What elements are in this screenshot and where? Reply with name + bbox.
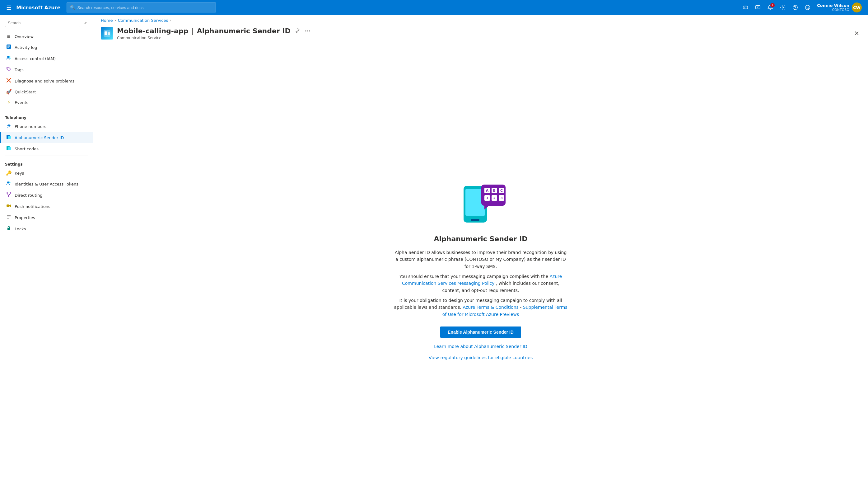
feedback-icon[interactable] (752, 2, 763, 13)
resource-name: Mobile-calling-app (117, 27, 188, 35)
desc-dash: - (520, 305, 523, 310)
page-name: Alphanumeric Sender ID (197, 27, 291, 35)
more-actions-icon[interactable]: ··· (304, 27, 312, 35)
hamburger-menu[interactable]: ☰ (4, 3, 14, 12)
sidebar-item-label: Identities & User Access Tokens (15, 182, 78, 186)
sidebar-item-phone-numbers[interactable]: # Phone numbers (0, 121, 93, 132)
sidebar-item-direct-routing[interactable]: Direct routing (0, 189, 93, 201)
sidebar-item-label: Properties (15, 215, 35, 220)
svg-point-5 (782, 7, 784, 9)
pin-icon[interactable] (294, 26, 301, 35)
sidebar-section-settings: Settings (0, 157, 93, 168)
regulatory-link[interactable]: View regulatory guidelines for eligible … (429, 355, 533, 360)
svg-rect-29 (6, 205, 9, 207)
cloud-shell-icon[interactable]: >_ (740, 2, 751, 13)
svg-rect-37 (108, 32, 110, 35)
terms-link[interactable]: Azure Terms & Conditions (463, 305, 518, 310)
sidebar-item-keys[interactable]: 🔑 Keys (0, 168, 93, 178)
svg-rect-36 (105, 31, 107, 35)
desc-para-2: You should ensure that your messaging ca… (393, 273, 568, 294)
sidebar-item-diagnose[interactable]: Diagnose and solve problems (0, 75, 93, 87)
svg-rect-19 (8, 136, 11, 139)
sidebar-item-label: Short codes (15, 147, 39, 151)
page-title: Mobile-calling-app | Alphanumeric Sender… (117, 26, 312, 35)
sidebar-item-activity-log[interactable]: Activity log (0, 42, 93, 53)
svg-point-22 (7, 182, 9, 183)
activity-log-icon (6, 44, 12, 50)
feature-title: Alphanumeric Sender ID (434, 235, 528, 243)
breadcrumb: Home › Communication Services › (101, 15, 860, 24)
breadcrumb-sep-1: › (115, 18, 116, 23)
sidebar-item-alphanumeric[interactable]: Alphanumeric Sender ID (0, 132, 93, 143)
sidebar-item-locks[interactable]: Locks (0, 223, 93, 234)
sidebar-item-label: Direct routing (15, 193, 43, 198)
sidebar-search-input[interactable] (5, 19, 80, 27)
svg-point-7 (795, 9, 795, 9)
title-separator: | (191, 27, 193, 35)
search-icon: 🔍 (70, 5, 75, 10)
sidebar-item-push-notifications[interactable]: Push notifications (0, 201, 93, 212)
sidebar-item-label: Activity log (15, 45, 37, 50)
svg-text:1: 1 (486, 196, 489, 200)
breadcrumb-sep-2: › (170, 18, 171, 23)
sidebar-divider-1 (5, 109, 88, 109)
sidebar-item-tags[interactable]: Tags (0, 64, 93, 75)
svg-rect-34 (8, 228, 10, 230)
help-icon[interactable] (790, 2, 801, 13)
alphanumeric-illustration: A B C 1 2 3 (459, 182, 503, 226)
global-search-input[interactable] (77, 5, 213, 10)
title-actions: ··· (294, 26, 312, 35)
breadcrumb-home[interactable]: Home (101, 18, 112, 23)
desc-text-2: You should ensure that your messaging ca… (399, 274, 548, 279)
properties-icon (6, 214, 12, 221)
quickstart-icon: 🚀 (6, 89, 12, 95)
sidebar: « ≡ Overview Activity log Access control… (0, 15, 93, 498)
sidebar-item-label: Push notifications (15, 204, 50, 209)
overview-icon: ≡ (6, 34, 12, 39)
page-title-row: Mobile-calling-app | Alphanumeric Sender… (101, 24, 860, 44)
settings-icon[interactable] (777, 2, 788, 13)
global-search[interactable]: 🔍 (67, 2, 216, 12)
sidebar-item-properties[interactable]: Properties (0, 212, 93, 223)
phone-numbers-icon: # (6, 123, 12, 130)
sidebar-item-quickstart[interactable]: 🚀 QuickStart (0, 87, 93, 97)
svg-point-16 (9, 56, 11, 58)
sidebar-item-events[interactable]: ⚡ Events (0, 97, 93, 108)
center-panel: A B C 1 2 3 Alphanumeric Sender I (393, 182, 568, 361)
page-title-info: Mobile-calling-app | Alphanumeric Sender… (117, 26, 312, 40)
feature-description: Alpha Sender ID allows businesses to imp… (393, 249, 568, 318)
svg-point-9 (806, 7, 807, 8)
close-button[interactable]: ✕ (853, 28, 860, 38)
avatar: CW (852, 2, 862, 12)
sidebar-item-overview[interactable]: ≡ Overview (0, 31, 93, 42)
svg-point-24 (6, 192, 8, 194)
sidebar-item-label: Phone numbers (15, 124, 46, 129)
events-icon: ⚡ (6, 100, 12, 105)
sidebar-item-label: Alphanumeric Sender ID (15, 135, 64, 140)
svg-rect-40 (471, 219, 479, 221)
sidebar-item-short-codes[interactable]: Short codes (0, 143, 93, 154)
sidebar-item-label: Events (15, 100, 28, 105)
svg-line-27 (7, 194, 9, 195)
brand-name: Microsoft Azure (16, 5, 61, 11)
page-content: A B C 1 2 3 Alphanumeric Sender I (93, 44, 868, 498)
short-codes-icon (6, 146, 12, 152)
notification-badge: 1 (770, 3, 775, 8)
direct-routing-icon (6, 192, 12, 198)
svg-point-10 (808, 7, 809, 8)
breadcrumb-service[interactable]: Communication Services (118, 18, 168, 23)
sidebar-item-iam[interactable]: Access control (IAM) (0, 53, 93, 64)
sidebar-search-container: « (0, 15, 93, 31)
notifications-icon[interactable]: 1 (765, 2, 776, 13)
sidebar-item-label: Diagnose and solve problems (15, 79, 74, 83)
svg-text:>_: >_ (744, 6, 747, 9)
smiley-icon[interactable] (802, 2, 813, 13)
svg-text:A: A (486, 188, 489, 193)
enable-alphanumeric-button[interactable]: Enable Alphanumeric Sender ID (440, 327, 521, 338)
svg-point-17 (8, 68, 8, 68)
user-profile[interactable]: Connie Wilson CONTOSO CW (814, 1, 864, 14)
learn-more-link[interactable]: Learn more about Alphanumeric Sender ID (434, 344, 528, 349)
user-name: Connie Wilson (817, 3, 849, 8)
sidebar-item-identities[interactable]: Identities & User Access Tokens (0, 178, 93, 189)
sidebar-collapse-button[interactable]: « (83, 19, 88, 27)
